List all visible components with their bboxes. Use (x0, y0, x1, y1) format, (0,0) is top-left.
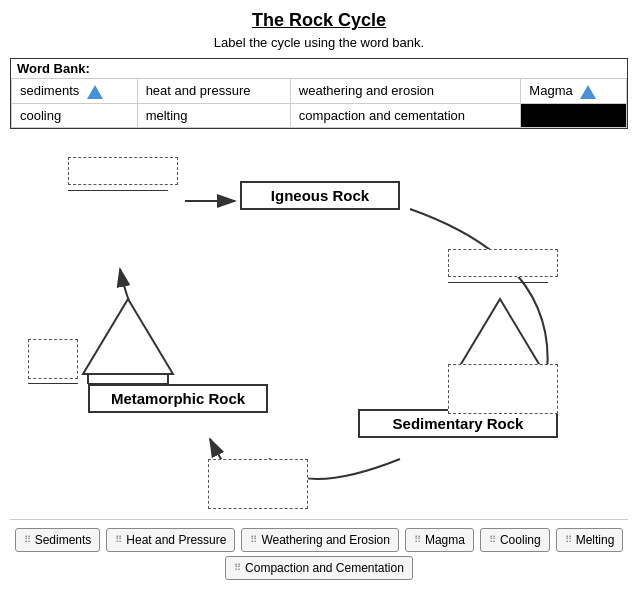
drag-item-cooling[interactable]: ⠿ Cooling (480, 528, 550, 552)
dash-box-right-middle[interactable] (448, 364, 558, 414)
page-title: The Rock Cycle (10, 10, 628, 31)
igneous-rock-label: Igneous Rock (240, 181, 400, 210)
word-bank: Word Bank: sediments heat and pressure w… (10, 58, 628, 129)
drag-handle-sediments: ⠿ (24, 534, 31, 545)
wb-magma-text: Magma (529, 83, 572, 98)
drag-item-cooling-label: Cooling (500, 533, 541, 547)
line-under-dash-box-top-left (68, 189, 168, 191)
wb-melting: melting (137, 103, 290, 127)
wb-sediments-text: sediments (20, 83, 79, 98)
dash-box-top-left[interactable] (68, 157, 178, 185)
sediments-triangle-icon (87, 85, 103, 99)
line-left-middle (28, 382, 78, 384)
drag-handle-heat-pressure: ⠿ (115, 534, 122, 545)
wb-black-cell (521, 103, 627, 127)
dash-box-bottom-center[interactable] (208, 459, 308, 509)
drag-handle-cooling: ⠿ (489, 534, 496, 545)
drag-item-weathering-erosion-label: Weathering and Erosion (261, 533, 390, 547)
magma-triangle-icon (580, 85, 596, 99)
svg-marker-4 (455, 299, 545, 374)
svg-marker-2 (83, 299, 173, 374)
word-bank-header: Word Bank: (11, 59, 627, 78)
svg-rect-3 (88, 374, 168, 384)
drag-handle-magma: ⠿ (414, 534, 421, 545)
wb-magma: Magma (521, 79, 627, 104)
drag-item-weathering-erosion[interactable]: ⠿ Weathering and Erosion (241, 528, 399, 552)
drag-item-heat-pressure-label: Heat and Pressure (126, 533, 226, 547)
drag-item-heat-pressure[interactable]: ⠿ Heat and Pressure (106, 528, 235, 552)
wb-weathering-erosion: weathering and erosion (290, 79, 520, 104)
drag-bar-2: ⠿ Compaction and Cementation (10, 556, 628, 584)
wb-compaction: compaction and cementation (290, 103, 520, 127)
drag-item-compaction[interactable]: ⠿ Compaction and Cementation (225, 556, 413, 580)
drag-item-magma-label: Magma (425, 533, 465, 547)
word-bank-row-2: cooling melting compaction and cementati… (12, 103, 627, 127)
word-bank-table: sediments heat and pressure weathering a… (11, 78, 627, 128)
drag-handle-compaction: ⠿ (234, 562, 241, 573)
drag-handle-melting: ⠿ (565, 534, 572, 545)
line-right-top (448, 281, 548, 283)
wb-cooling: cooling (12, 103, 138, 127)
drag-item-sediments[interactable]: ⠿ Sediments (15, 528, 101, 552)
drag-handle-weathering-erosion: ⠿ (250, 534, 257, 545)
drag-item-sediments-label: Sediments (35, 533, 92, 547)
dash-box-right-top[interactable] (448, 249, 558, 277)
diagram-area: Igneous Rock Metamorphic Rock Sedimentar… (10, 139, 628, 519)
wb-heat-pressure: heat and pressure (137, 79, 290, 104)
metamorphic-rock-label: Metamorphic Rock (88, 384, 268, 413)
page: The Rock Cycle Label the cycle using the… (0, 0, 638, 609)
page-subtitle: Label the cycle using the word bank. (10, 35, 628, 50)
word-bank-row-1: sediments heat and pressure weathering a… (12, 79, 627, 104)
drag-item-compaction-label: Compaction and Cementation (245, 561, 404, 575)
dash-box-left-middle[interactable] (28, 339, 78, 379)
drag-bar: ⠿ Sediments ⠿ Heat and Pressure ⠿ Weathe… (10, 519, 628, 556)
drag-item-melting[interactable]: ⠿ Melting (556, 528, 624, 552)
drag-item-magma[interactable]: ⠿ Magma (405, 528, 474, 552)
drag-item-melting-label: Melting (576, 533, 615, 547)
left-triangle-svg (78, 294, 178, 384)
wb-sediments: sediments (12, 79, 138, 104)
